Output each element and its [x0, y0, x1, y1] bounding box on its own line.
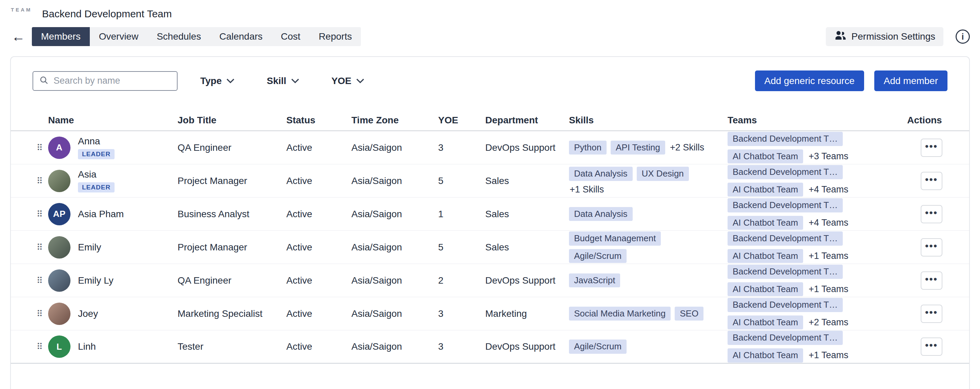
- page-title: Backend Development Team: [42, 8, 172, 20]
- column-header-time-zone: Time Zone: [352, 115, 438, 126]
- row-actions-button[interactable]: •••: [921, 138, 942, 157]
- team-chip: AI Chatbot Team: [727, 316, 803, 330]
- teams-list: Backend Development T… AI Chatbot Team+1…: [727, 232, 907, 263]
- back-button[interactable]: ←: [10, 27, 32, 46]
- row-actions-button[interactable]: •••: [921, 172, 942, 190]
- status: Active: [286, 176, 352, 186]
- nav-row: ← MembersOverviewSchedulesCalendarsCostR…: [10, 27, 970, 46]
- table-body: ⠿ A Anna LEADER QA Engineer Active Asia/…: [11, 131, 969, 364]
- skill-chip: SEO: [675, 306, 703, 321]
- status: Active: [286, 209, 352, 219]
- row-actions-button[interactable]: •••: [921, 305, 942, 323]
- drag-handle-icon[interactable]: ⠿: [36, 243, 43, 252]
- skills-list: PythonAPI Testing+2 Skills: [569, 141, 716, 155]
- filter-yoe[interactable]: YOE: [331, 76, 364, 86]
- status: Active: [286, 275, 352, 286]
- member-name: Anna: [78, 136, 115, 147]
- job-title: QA Engineer: [178, 142, 286, 153]
- row-actions-button[interactable]: •••: [921, 338, 942, 356]
- table-row: ⠿ Joey Marketing Specialist Active Asia/…: [11, 297, 969, 330]
- column-header-name: Name: [48, 115, 178, 126]
- skills-more: +1 Skills: [570, 184, 604, 195]
- teams-list: Backend Development T… AI Chatbot Team+1…: [727, 331, 907, 362]
- add-generic-resource-button[interactable]: Add generic resource: [755, 70, 864, 91]
- search-icon: [39, 76, 49, 86]
- member-name: Asia Pham: [78, 209, 124, 219]
- time-zone: Asia/Saigon: [352, 275, 438, 286]
- table-row: ⠿ Emily Ly QA Engineer Active Asia/Saigo…: [11, 264, 969, 297]
- filter-type[interactable]: Type: [200, 76, 234, 86]
- time-zone: Asia/Saigon: [352, 209, 438, 219]
- avatar: L: [48, 335, 70, 358]
- drag-handle-icon[interactable]: ⠿: [36, 276, 43, 285]
- skills-more: +2 Skills: [670, 142, 704, 153]
- team-chip: Backend Development T…: [727, 165, 843, 179]
- column-header-actions: Actions: [907, 115, 956, 126]
- filter-label: Skill: [267, 76, 286, 86]
- chevron-down-icon: [226, 78, 234, 83]
- column-header-department: Department: [485, 115, 569, 126]
- skill-chip: Agile/Scrum: [569, 340, 627, 354]
- search-input[interactable]: [54, 76, 173, 86]
- avatar: [48, 170, 70, 192]
- avatar: A: [48, 137, 70, 159]
- row-actions-button[interactable]: •••: [921, 272, 942, 290]
- top-bar: TEAM Backend Development Team ← MembersO…: [0, 0, 980, 54]
- teams-more: +3 Teams: [808, 151, 848, 162]
- add-member-button[interactable]: Add member: [874, 70, 947, 91]
- department: Sales: [485, 176, 569, 186]
- permission-settings-button[interactable]: Permission Settings: [826, 27, 943, 46]
- avatar: [48, 236, 70, 259]
- filter-skill[interactable]: Skill: [267, 76, 299, 86]
- department: Sales: [485, 242, 569, 253]
- row-actions-button[interactable]: •••: [921, 238, 942, 257]
- drag-handle-icon[interactable]: ⠿: [36, 210, 43, 219]
- info-icon[interactable]: i: [956, 30, 970, 44]
- skills-list: Agile/Scrum: [569, 340, 716, 354]
- status: Active: [286, 341, 352, 352]
- status: Active: [286, 308, 352, 319]
- member-name: Asia: [78, 169, 115, 180]
- job-title: Project Manager: [178, 176, 286, 186]
- teams-more: +2 Teams: [808, 317, 848, 328]
- department: DevOps Support: [485, 142, 569, 153]
- member-name: Linh: [78, 341, 96, 352]
- people-icon: [834, 30, 846, 44]
- avatar: [48, 269, 70, 292]
- tab-overview[interactable]: Overview: [90, 27, 148, 46]
- table-header: Name Job Title Status Time Zone YOE Depa…: [11, 110, 969, 131]
- column-header-teams: Teams: [727, 115, 907, 126]
- teams-list: Backend Development T… AI Chatbot Team+1…: [727, 265, 907, 297]
- team-chip: AI Chatbot Team: [727, 282, 803, 297]
- team-chip: Backend Development T…: [727, 265, 843, 279]
- tab-calendars[interactable]: Calendars: [210, 27, 272, 46]
- avatar: [48, 303, 70, 325]
- tab-cost[interactable]: Cost: [272, 27, 310, 46]
- row-actions-button[interactable]: •••: [921, 205, 942, 223]
- filter-label: Type: [200, 76, 222, 86]
- members-panel: TypeSkillYOEAdd generic resource Add mem…: [10, 56, 970, 389]
- tab-bar: MembersOverviewSchedulesCalendarsCostRep…: [32, 27, 361, 46]
- time-zone: Asia/Saigon: [352, 176, 438, 186]
- drag-handle-icon[interactable]: ⠿: [36, 176, 43, 185]
- teams-more: +1 Teams: [808, 284, 848, 294]
- time-zone: Asia/Saigon: [352, 142, 438, 153]
- chevron-down-icon: [356, 78, 364, 83]
- skill-chip: Python: [569, 141, 606, 155]
- skill-chip: Data Analysis: [569, 167, 633, 181]
- tab-reports[interactable]: Reports: [309, 27, 361, 46]
- skills-list: Data AnalysisUX Design+1 Skills: [569, 167, 716, 195]
- yoe: 3: [438, 341, 485, 352]
- skills-list: Budget ManagementAgile/Scrum: [569, 232, 716, 263]
- member-name: Emily: [78, 242, 101, 253]
- job-title: QA Engineer: [178, 275, 286, 286]
- yoe: 3: [438, 142, 485, 153]
- column-header-job-title: Job Title: [178, 115, 286, 126]
- time-zone: Asia/Saigon: [352, 308, 438, 319]
- tab-members[interactable]: Members: [32, 27, 90, 46]
- drag-handle-icon[interactable]: ⠿: [36, 342, 43, 351]
- job-title: Project Manager: [178, 242, 286, 253]
- drag-handle-icon[interactable]: ⠿: [36, 143, 43, 152]
- tab-schedules[interactable]: Schedules: [147, 27, 210, 46]
- drag-handle-icon[interactable]: ⠿: [36, 310, 43, 318]
